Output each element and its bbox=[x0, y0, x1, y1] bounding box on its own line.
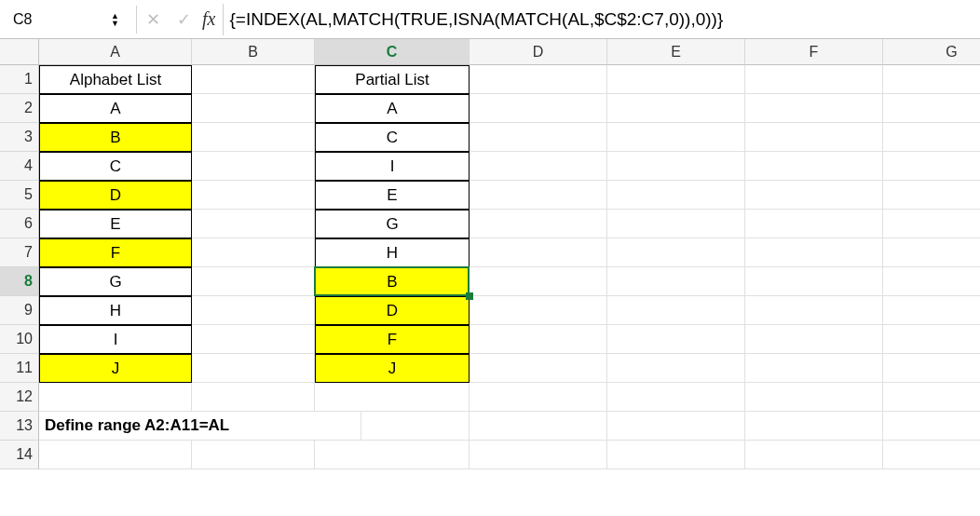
cell[interactable]: D bbox=[315, 296, 470, 325]
cell[interactable] bbox=[192, 238, 315, 267]
cell[interactable] bbox=[470, 210, 607, 238]
cell[interactable] bbox=[883, 210, 980, 238]
cell[interactable] bbox=[192, 152, 315, 181]
cell[interactable]: B bbox=[39, 123, 192, 152]
cell[interactable] bbox=[883, 94, 980, 123]
cell[interactable] bbox=[745, 210, 883, 238]
cell[interactable]: J bbox=[315, 354, 470, 383]
row-header[interactable]: 3 bbox=[0, 123, 39, 152]
cell[interactable] bbox=[883, 267, 980, 296]
cell[interactable] bbox=[607, 210, 745, 238]
cell[interactable] bbox=[745, 441, 883, 469]
cell[interactable] bbox=[745, 325, 883, 354]
cell[interactable]: I bbox=[39, 325, 192, 354]
cell[interactable] bbox=[883, 65, 980, 94]
col-header[interactable]: C bbox=[315, 39, 470, 65]
cell[interactable] bbox=[883, 325, 980, 354]
cell[interactable]: E bbox=[39, 210, 192, 238]
cell[interactable] bbox=[607, 441, 745, 469]
name-box[interactable]: C8 ▲ ▼ bbox=[6, 4, 127, 35]
cell[interactable] bbox=[192, 441, 315, 469]
cell[interactable] bbox=[745, 238, 883, 267]
cell[interactable]: I bbox=[315, 152, 470, 181]
cell[interactable] bbox=[607, 267, 745, 296]
cell[interactable] bbox=[192, 94, 315, 123]
cell[interactable] bbox=[607, 383, 745, 412]
name-box-spinner[interactable]: ▲ ▼ bbox=[111, 12, 119, 27]
row-header[interactable]: 8 bbox=[0, 267, 39, 296]
cell[interactable] bbox=[470, 325, 607, 354]
cell[interactable] bbox=[192, 210, 315, 238]
row-header[interactable]: 5 bbox=[0, 181, 39, 210]
cell[interactable]: G bbox=[315, 210, 470, 238]
cell[interactable]: F bbox=[39, 238, 192, 267]
cell[interactable] bbox=[470, 296, 607, 325]
cell[interactable] bbox=[607, 65, 745, 94]
cell[interactable] bbox=[470, 354, 607, 383]
cell[interactable] bbox=[745, 152, 883, 181]
row-header[interactable]: 7 bbox=[0, 238, 39, 267]
spin-down-icon[interactable]: ▼ bbox=[111, 20, 119, 27]
cell[interactable] bbox=[883, 412, 980, 441]
cell[interactable] bbox=[883, 296, 980, 325]
cell[interactable] bbox=[470, 383, 607, 412]
cell[interactable]: A bbox=[315, 94, 470, 123]
cell[interactable] bbox=[607, 354, 745, 383]
cell[interactable]: H bbox=[39, 296, 192, 325]
cell[interactable] bbox=[883, 441, 980, 469]
cell[interactable]: C bbox=[39, 152, 192, 181]
cell[interactable] bbox=[192, 296, 315, 325]
cell[interactable] bbox=[607, 238, 745, 267]
cell[interactable] bbox=[192, 123, 315, 152]
cell[interactable] bbox=[883, 152, 980, 181]
cell[interactable] bbox=[607, 325, 745, 354]
row-header[interactable]: 1 bbox=[0, 65, 39, 94]
cell[interactable] bbox=[470, 65, 607, 94]
col-header[interactable]: G bbox=[883, 39, 980, 65]
cell[interactable] bbox=[883, 238, 980, 267]
cell[interactable] bbox=[607, 412, 745, 441]
cell[interactable] bbox=[883, 123, 980, 152]
cell[interactable] bbox=[470, 267, 607, 296]
cell[interactable] bbox=[745, 94, 883, 123]
cell[interactable] bbox=[883, 383, 980, 412]
cell[interactable] bbox=[192, 181, 315, 210]
cell[interactable] bbox=[745, 412, 883, 441]
col-header[interactable]: E bbox=[607, 39, 745, 65]
cell[interactable] bbox=[745, 267, 883, 296]
cell[interactable] bbox=[315, 383, 470, 412]
cell[interactable]: D bbox=[39, 181, 192, 210]
row-header[interactable]: 2 bbox=[0, 94, 39, 123]
cell[interactable]: Define range A2:A11=AL bbox=[39, 412, 361, 441]
col-header[interactable]: D bbox=[470, 39, 607, 65]
cell[interactable]: E bbox=[315, 181, 470, 210]
row-header[interactable]: 4 bbox=[0, 152, 39, 181]
cell[interactable] bbox=[745, 383, 883, 412]
cell[interactable] bbox=[745, 65, 883, 94]
cell[interactable] bbox=[39, 383, 192, 412]
cell[interactable] bbox=[470, 123, 607, 152]
cell[interactable] bbox=[745, 181, 883, 210]
row-header[interactable]: 9 bbox=[0, 296, 39, 325]
row-header[interactable]: 10 bbox=[0, 325, 39, 354]
cell[interactable] bbox=[745, 354, 883, 383]
cell[interactable] bbox=[470, 181, 607, 210]
cell[interactable]: H bbox=[315, 238, 470, 267]
row-header[interactable]: 11 bbox=[0, 354, 39, 383]
cell[interactable] bbox=[470, 152, 607, 181]
cell[interactable] bbox=[607, 152, 745, 181]
row-header[interactable]: 6 bbox=[0, 210, 39, 238]
cell[interactable] bbox=[745, 296, 883, 325]
cells-area[interactable]: Alphabet ListABCDEFGHIJPartial ListACIEG… bbox=[39, 65, 980, 469]
cell[interactable] bbox=[883, 181, 980, 210]
cell[interactable] bbox=[470, 94, 607, 123]
cell[interactable]: A bbox=[39, 94, 192, 123]
cell[interactable]: F bbox=[315, 325, 470, 354]
cell[interactable] bbox=[470, 441, 607, 469]
cell[interactable]: B bbox=[315, 267, 470, 296]
col-header[interactable]: F bbox=[745, 39, 883, 65]
cell[interactable] bbox=[607, 181, 745, 210]
cell[interactable] bbox=[883, 354, 980, 383]
cell[interactable] bbox=[315, 441, 470, 469]
cell[interactable] bbox=[745, 123, 883, 152]
